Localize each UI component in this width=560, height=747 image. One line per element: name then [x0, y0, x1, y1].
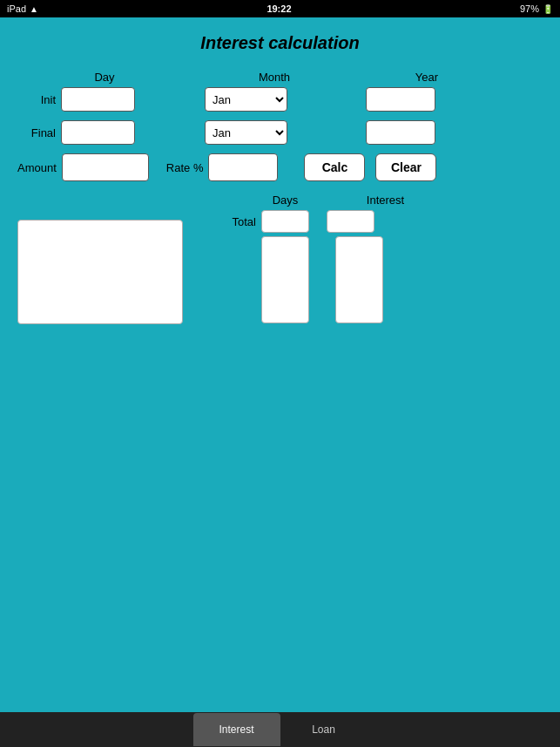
rate-input[interactable] [208, 153, 278, 181]
status-time: 19:22 [267, 3, 291, 14]
amount-label: Amount [17, 161, 57, 174]
amount-rate-row: Amount Rate % Calc Clear [17, 153, 543, 181]
form-section: Day Month Year Init JanFebMar AprMayJun … [17, 71, 543, 324]
di-headers: Days Interest [200, 194, 409, 207]
page-title: Interest calculation [17, 33, 543, 53]
column-headers: Day Month Year [17, 71, 543, 84]
total-interest-input[interactable] [327, 210, 374, 233]
tab-bar: Interest Loan [0, 712, 560, 747]
clear-button[interactable]: Clear [375, 153, 436, 181]
days-interest-area: Days Interest Total [200, 194, 409, 323]
days-header: Days [261, 194, 309, 207]
total-label: Total [200, 215, 261, 228]
final-label: Final [17, 126, 61, 139]
days-list-box [261, 236, 309, 323]
tab-interest-label: Interest [219, 723, 253, 736]
init-day-input[interactable] [61, 87, 135, 112]
amount-input[interactable] [62, 153, 149, 181]
status-left: iPad ▲ [7, 3, 38, 14]
battery-label: 97% [520, 3, 539, 14]
col-header-year: Year [392, 71, 462, 84]
device-label: iPad [7, 3, 26, 14]
init-row: Init JanFebMar AprMayJun JulAugSep OctNo… [17, 87, 543, 112]
di-total-row: Total [200, 210, 409, 233]
interest-header: Interest [361, 194, 409, 207]
init-month-select[interactable]: JanFebMar AprMayJun JulAugSep OctNovDec [205, 87, 287, 112]
total-days-input[interactable] [261, 210, 309, 233]
final-row: Final JanFebMar AprMayJun JulAugSep OctN… [17, 120, 543, 145]
tab-loan-label: Loan [312, 723, 335, 736]
calc-button[interactable]: Calc [304, 153, 365, 181]
tab-interest[interactable]: Interest [193, 713, 280, 746]
final-year-input[interactable] [366, 120, 435, 145]
final-month-select[interactable]: JanFebMar AprMayJun JulAugSep OctNovDec [205, 120, 287, 145]
main-content: Interest calculation Day Month Year Init… [0, 17, 560, 333]
tab-loan[interactable]: Loan [280, 713, 368, 746]
interest-list-box [335, 236, 383, 323]
status-right: 97% 🔋 [520, 3, 553, 14]
col-header-month: Month [226, 71, 322, 84]
battery-icon: 🔋 [543, 4, 553, 14]
status-bar: iPad ▲ 19:22 97% 🔋 [0, 0, 560, 17]
wifi-icon: ▲ [30, 4, 38, 14]
rate-label: Rate % [166, 161, 204, 174]
col-header-day: Day [61, 71, 148, 84]
init-label: Init [17, 93, 61, 106]
final-day-input[interactable] [61, 120, 135, 145]
result-big-box [17, 220, 183, 324]
results-section: Days Interest Total [17, 194, 543, 324]
init-year-input[interactable] [366, 87, 435, 112]
di-lists-row [200, 236, 409, 323]
